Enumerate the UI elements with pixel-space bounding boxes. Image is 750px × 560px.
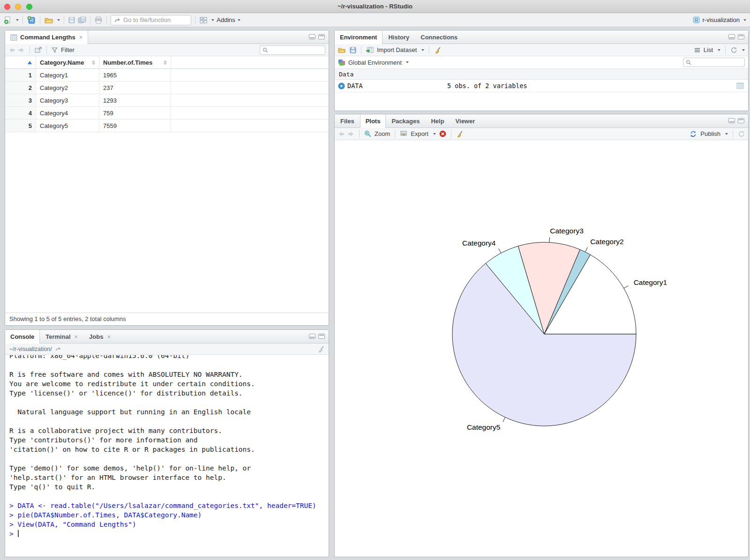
table-row[interactable]: 2Category2237 [5, 82, 329, 94]
console-output[interactable]: Platform: x86_64-apple-darwin15.6.0 (64-… [5, 355, 329, 557]
toolbar-separator [429, 46, 429, 54]
toolbar-separator [90, 16, 90, 24]
save-icon[interactable] [68, 16, 75, 24]
save-all-icon[interactable] [78, 16, 86, 24]
refresh-icon[interactable] [730, 47, 737, 53]
print-icon[interactable] [94, 16, 103, 24]
clear-console-icon broom-icon[interactable] [317, 346, 324, 352]
maximize-pane-icon[interactable] [738, 118, 744, 123]
table-row[interactable]: 5Category57559 [5, 119, 329, 132]
pie-label-tick [624, 286, 629, 288]
minimize-pane-icon[interactable] [309, 334, 315, 339]
addins-menu[interactable]: Addins [217, 16, 240, 23]
table-search-input[interactable] [260, 45, 325, 55]
list-view-caret-icon[interactable] [718, 49, 720, 51]
close-tab-icon[interactable]: × [75, 333, 78, 340]
expand-object-icon[interactable] [338, 82, 345, 90]
table-cell: Category4 [36, 107, 99, 119]
view-table-icon[interactable] [736, 82, 744, 89]
sort-toggle-icon[interactable] [92, 60, 95, 65]
window-title: ~/r-visualization - RStudio [0, 0, 750, 13]
row-number-header[interactable] [5, 56, 36, 68]
close-tab-icon[interactable]: × [79, 34, 83, 41]
export-caret-icon[interactable] [433, 133, 436, 135]
minimize-pane-icon[interactable] [728, 34, 735, 39]
open-file-icon[interactable] [44, 16, 53, 24]
clear-plots-icon broom-icon[interactable] [456, 131, 463, 137]
toolbar-separator [106, 16, 107, 24]
data-table: Category.Name Number.of.Times 1Category1… [5, 56, 329, 132]
filter-label[interactable]: Filter [61, 46, 75, 53]
column-header-number-of-times[interactable]: Number.of.Times [99, 56, 171, 68]
tab-console[interactable]: Console [5, 330, 40, 343]
save-workspace-icon[interactable] [350, 47, 356, 53]
environment-search-input[interactable] [683, 58, 745, 67]
tab-plots[interactable]: Plots [360, 114, 386, 128]
tab-connections[interactable]: Connections [415, 30, 463, 44]
new-file-dropdown[interactable] [16, 19, 19, 21]
goto-file-input[interactable]: Go to file/function [111, 15, 191, 25]
panes-layout-dropdown[interactable] [211, 19, 214, 21]
environment-scope-caret-icon[interactable] [406, 61, 409, 63]
zoom-plot-icon[interactable] [364, 130, 371, 137]
table-row[interactable]: 4Category4759 [5, 107, 329, 119]
zoom-plot-label[interactable]: Zoom [375, 130, 390, 137]
environment-tabbar: Environment History Connections [335, 30, 748, 44]
remove-plot-icon[interactable] [439, 130, 446, 137]
project-menu[interactable]: R r-visualization [692, 16, 746, 24]
export-plot-label[interactable]: Export [411, 130, 428, 137]
sort-toggle-icon[interactable] [164, 60, 167, 65]
import-dataset-icon[interactable] [366, 47, 374, 53]
list-view-label[interactable]: List [704, 46, 713, 53]
refresh-caret-icon[interactable] [742, 49, 745, 51]
console-path-bar: ~/r-visualization/ [5, 343, 329, 355]
goto-directory-icon[interactable] [55, 346, 61, 351]
minimize-pane-icon[interactable] [309, 34, 315, 39]
toolbar-separator [725, 46, 726, 54]
refresh-plot-icon[interactable] [738, 131, 745, 137]
table-row[interactable]: 3Category31293 [5, 94, 329, 107]
tab-viewer[interactable]: Viewer [450, 114, 481, 127]
column-header-category-name[interactable]: Category.Name [36, 56, 99, 68]
global-environment-icon [338, 59, 345, 66]
publish-icon[interactable] [690, 131, 697, 137]
tab-files[interactable]: Files [335, 114, 360, 127]
tab-jobs[interactable]: Jobs × [83, 330, 116, 343]
toolbar-separator [30, 46, 30, 54]
next-plot-icon[interactable] [348, 131, 354, 137]
import-dataset-caret-icon[interactable] [421, 49, 424, 51]
tab-packages[interactable]: Packages [386, 114, 425, 127]
popout-window-icon[interactable] [35, 47, 42, 53]
export-plot-icon[interactable] [400, 131, 407, 137]
table-body: 1Category119652Category22373Category3129… [5, 69, 329, 132]
filter-icon[interactable] [52, 47, 58, 53]
nav-back-icon[interactable] [8, 47, 15, 53]
publish-caret-icon[interactable] [725, 133, 728, 135]
console-text: Platform: x86_64-apple-darwin15.6.0 (64-… [9, 355, 329, 538]
environment-entry-data[interactable]: DATA 5 obs. of 2 variables [335, 80, 748, 92]
open-file-dropdown[interactable] [57, 19, 60, 21]
previous-plot-icon[interactable] [338, 131, 345, 137]
import-dataset-label[interactable]: Import Dataset [377, 46, 417, 53]
maximize-pane-icon[interactable] [738, 34, 744, 39]
environment-scope-label[interactable]: Global Environment [348, 59, 402, 66]
publish-label[interactable]: Publish [700, 130, 720, 137]
tab-history[interactable]: History [382, 30, 415, 44]
clear-environment-icon broom-icon[interactable] [434, 47, 441, 53]
maximize-pane-icon[interactable] [318, 334, 325, 339]
tab-command-lengths[interactable]: Command Lengths × [5, 30, 88, 44]
table-cell: Category1 [36, 69, 99, 81]
new-project-icon[interactable]: R [27, 15, 36, 25]
toolbar-separator [733, 130, 733, 138]
minimize-pane-icon[interactable] [728, 118, 735, 123]
tab-help[interactable]: Help [425, 114, 450, 127]
new-file-icon[interactable] [4, 16, 12, 24]
tab-environment[interactable]: Environment [335, 30, 382, 44]
tab-terminal[interactable]: Terminal × [40, 330, 83, 343]
load-workspace-icon[interactable] [338, 47, 346, 53]
panes-layout-icon[interactable] [199, 16, 208, 24]
nav-forward-icon[interactable] [18, 47, 25, 53]
maximize-pane-icon[interactable] [318, 34, 325, 39]
table-row[interactable]: 1Category11965 [5, 69, 329, 82]
close-tab-icon[interactable]: × [107, 333, 111, 340]
